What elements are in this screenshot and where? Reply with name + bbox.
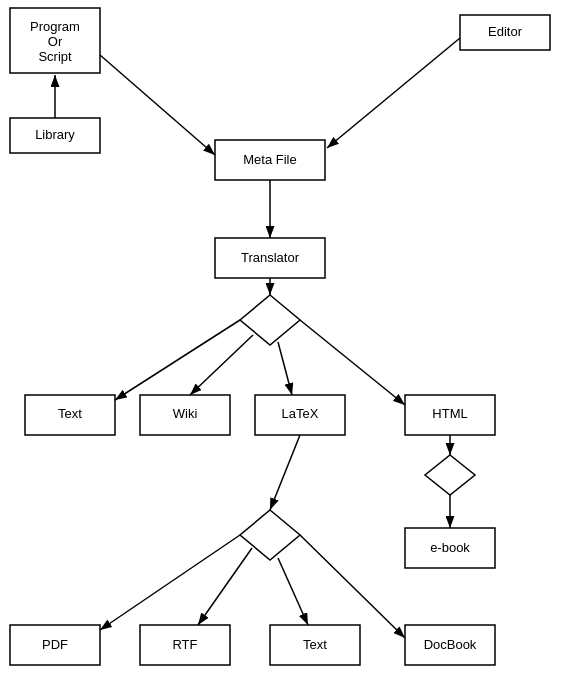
html-label: HTML (432, 406, 467, 421)
text1-label: Text (58, 406, 82, 421)
diamond3-to-docbook-arrow (300, 535, 405, 638)
latex-label: LaTeX (282, 406, 319, 421)
translator-label: Translator (241, 250, 300, 265)
wiki-label: Wiki (173, 406, 198, 421)
diamond2 (425, 455, 475, 495)
rtf-label: RTF (172, 637, 197, 652)
diamond1-to-latex-arrow (278, 342, 292, 395)
diamond3-to-rtf-arrow (198, 548, 252, 625)
library-label: Library (35, 127, 75, 142)
diamond1-to-wiki-arrow (190, 335, 253, 395)
latex-to-diamond3-arrow (270, 435, 300, 510)
diamond3-to-text2-arrow (278, 558, 308, 625)
editor-to-metafile-arrow (327, 38, 460, 148)
text2-label: Text (303, 637, 327, 652)
program-script-label: Program (30, 19, 80, 34)
diamond1-to-html-arrow (300, 320, 405, 405)
ebook-label: e-book (430, 540, 470, 555)
pdf-label: PDF (42, 637, 68, 652)
metafile-label: Meta File (243, 152, 296, 167)
program-script-label2: Script (38, 49, 72, 64)
editor-label: Editor (488, 24, 523, 39)
program-to-metafile-arrow (100, 55, 215, 155)
diamond1 (240, 295, 300, 345)
diamond3-to-pdf-arrow (100, 535, 240, 630)
program-or-label: Or (48, 34, 63, 49)
diamond1-to-text-arrow (115, 320, 240, 400)
docbook-label: DocBook (424, 637, 477, 652)
